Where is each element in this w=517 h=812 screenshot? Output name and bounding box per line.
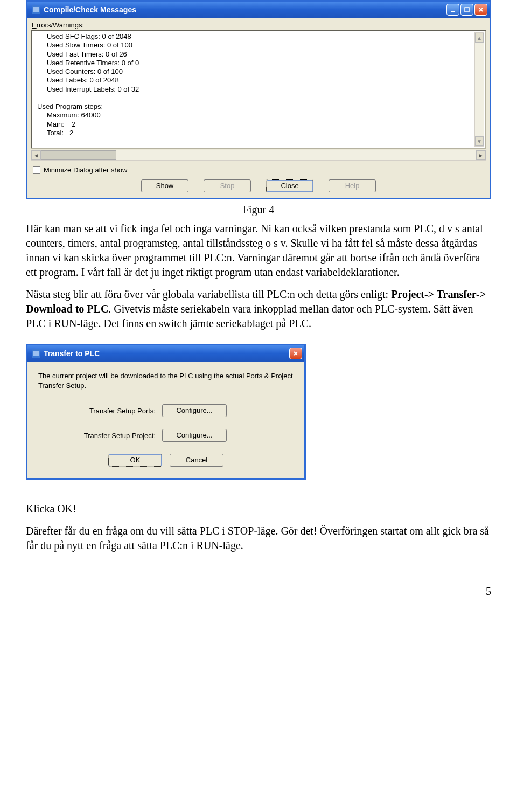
message-line[interactable]: Used Counters: 0 of 100 [37, 67, 482, 76]
message-line[interactable] [37, 137, 482, 146]
close-dialog-button[interactable]: Close [266, 179, 313, 192]
app-icon [32, 5, 40, 14]
titlebar[interactable]: Transfer to PLC [27, 345, 304, 362]
message-line[interactable]: Used SFC Flags: 0 of 2048 [37, 32, 482, 41]
messages-listbox[interactable]: Used SFC Flags: 0 of 2048Used Slow Timer… [31, 30, 486, 149]
stop-button[interactable]: Stop [204, 179, 251, 192]
paragraph-3: Klicka OK! [26, 502, 491, 516]
ok-button[interactable]: OK [108, 454, 162, 467]
svg-rect-2 [451, 11, 455, 12]
transfer-to-plc-dialog: Transfer to PLC The current project will… [26, 344, 306, 480]
message-line[interactable]: Used Fast Timers: 0 of 26 [37, 50, 482, 59]
minimize-after-show-label: Minimize Dialog after show [44, 166, 127, 174]
app-icon [32, 349, 40, 358]
compile-messages-dialog: Compile/Check Messages Errors/Warnings: … [26, 0, 491, 199]
help-button[interactable]: Help [329, 179, 376, 192]
message-line[interactable]: Used Program steps: [37, 102, 482, 111]
close-button[interactable] [289, 348, 302, 359]
close-button[interactable] [474, 4, 487, 16]
message-line[interactable]: Maximum: 64000 [37, 111, 482, 120]
page-number: 5 [26, 585, 491, 598]
transfer-project-label: Transfer Setup Project: [38, 432, 162, 440]
dialog-intro-text: The current project will be downloaded t… [38, 371, 294, 390]
dialog-title: Compile/Check Messages [44, 5, 446, 14]
svg-rect-1 [33, 7, 39, 12]
scroll-down-icon[interactable]: ▼ [475, 136, 484, 146]
horizontal-scrollbar[interactable]: ◄ ► [31, 150, 486, 161]
message-line[interactable]: Used Labels: 0 of 2048 [37, 76, 482, 85]
vertical-scrollbar[interactable]: ▲ ▼ [474, 32, 484, 147]
scroll-left-icon[interactable]: ◄ [31, 150, 41, 160]
minimize-button[interactable] [446, 4, 459, 16]
message-line[interactable]: Used Interrupt Labels: 0 of 32 [37, 85, 482, 94]
message-line[interactable]: 0 errors [37, 146, 482, 149]
minimize-after-show-checkbox[interactable] [33, 166, 40, 174]
message-line[interactable]: Used Slow Timers: 0 of 100 [37, 41, 482, 50]
scroll-thumb[interactable] [41, 150, 116, 160]
configure-project-button[interactable]: Configure... [162, 429, 227, 442]
paragraph-1: Här kan man se att vi fick inga fel och … [26, 221, 491, 280]
message-line[interactable]: Total: 2 [37, 129, 482, 137]
message-line[interactable]: Main: 2 [37, 120, 482, 129]
message-line[interactable] [37, 94, 482, 102]
show-button[interactable]: Show [141, 179, 188, 192]
configure-ports-button[interactable]: Configure... [162, 404, 227, 417]
titlebar[interactable]: Compile/Check Messages [27, 2, 490, 18]
scroll-right-icon[interactable]: ► [476, 150, 486, 160]
cancel-button[interactable]: Cancel [170, 454, 223, 467]
message-line[interactable]: Used Retentive Timers: 0 of 0 [37, 59, 482, 67]
transfer-ports-label: Transfer Setup Ports: [38, 407, 162, 415]
dialog-title: Transfer to PLC [44, 349, 289, 358]
figure-caption: Figur 4 [26, 204, 491, 216]
svg-rect-3 [465, 8, 469, 12]
paragraph-4: Därefter får du en fråga om du vill sätt… [26, 524, 491, 553]
errors-warnings-label: Errors/Warnings: [32, 21, 484, 29]
scroll-up-icon[interactable]: ▲ [475, 33, 484, 43]
maximize-button[interactable] [460, 4, 473, 16]
paragraph-2: Nästa steg blir att föra över vår global… [26, 287, 491, 331]
svg-rect-7 [33, 351, 39, 356]
